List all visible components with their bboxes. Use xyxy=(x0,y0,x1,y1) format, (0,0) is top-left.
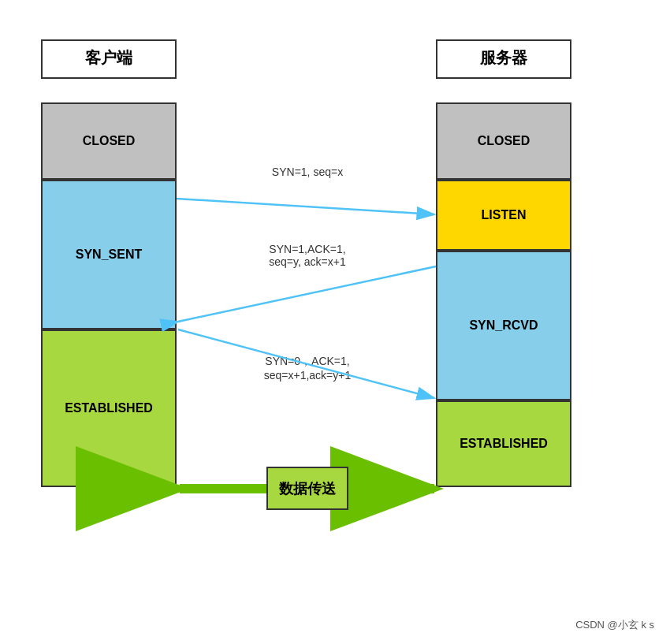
server-label: 服务器 xyxy=(436,39,571,79)
client-syn-sent: SYN_SENT xyxy=(41,180,177,329)
client-label: 客户端 xyxy=(41,39,177,79)
server-syn-rcvd: SYN_RCVD xyxy=(436,251,571,400)
svg-line-5 xyxy=(178,266,436,322)
client-established: ESTABLISHED xyxy=(41,329,177,487)
arrow2-label: SYN=1,ACK=1, seq=y, ack=x+1 xyxy=(189,243,426,268)
svg-line-4 xyxy=(177,199,434,214)
arrow3-label: SYN=0，ACK=1, seq=x+1,ack=y+1 xyxy=(189,355,426,382)
tcp-diagram: 客户端 CLOSED SYN_SENT ESTABLISHED 服务器 CLOS… xyxy=(0,0,670,644)
client-closed: CLOSED xyxy=(41,102,177,180)
server-listen: LISTEN xyxy=(436,180,571,251)
server-established: ESTABLISHED xyxy=(436,400,571,487)
server-closed: CLOSED xyxy=(436,102,571,180)
arrow1-label: SYN=1, seq=x xyxy=(189,166,426,178)
watermark: CSDN @小玄 k s xyxy=(575,618,654,632)
data-transfer-box: 数据传送 xyxy=(266,467,348,510)
